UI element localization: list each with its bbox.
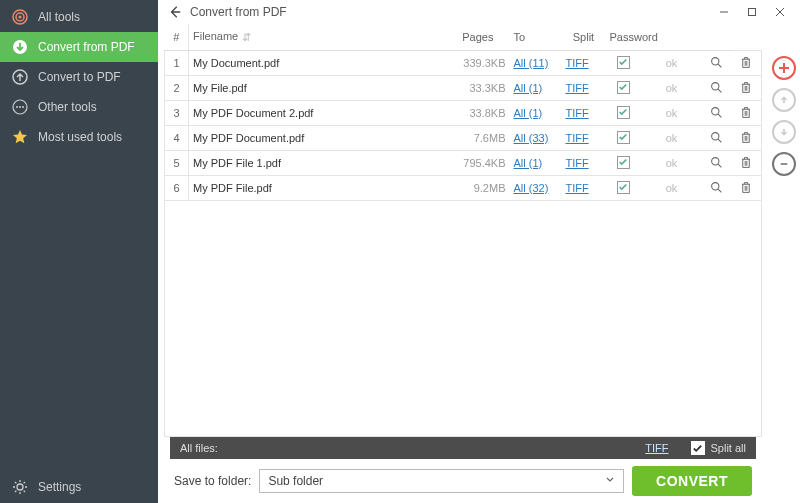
row-split-checkbox[interactable] (617, 81, 630, 94)
row-index: 6 (165, 175, 189, 200)
row-delete-button[interactable] (737, 129, 755, 147)
sidebar-item-convert-from-pdf[interactable]: Convert from PDF (0, 32, 158, 62)
sidebar-item-most-used[interactable]: Most used tools (0, 122, 158, 152)
row-index: 3 (165, 100, 189, 125)
row-password[interactable]: ok (641, 175, 701, 200)
row-filename: My PDF File 1.pdf (189, 150, 450, 175)
row-split-checkbox[interactable] (617, 106, 630, 119)
row-format-link[interactable]: TIFF (565, 82, 588, 94)
row-filename: My File.pdf (189, 75, 450, 100)
arrow-down-circle-icon (12, 39, 28, 55)
col-header-index[interactable]: # (165, 24, 189, 50)
row-index: 4 (165, 125, 189, 150)
sidebar-item-label: All tools (38, 10, 80, 24)
row-password[interactable]: ok (641, 150, 701, 175)
table-row[interactable]: 6My PDF File.pdf9.2MBAll (32)TIFFok (165, 175, 762, 200)
row-pages-link[interactable]: All (1) (513, 82, 542, 94)
svg-point-16 (712, 183, 719, 190)
col-header-password[interactable]: Password (605, 24, 701, 50)
row-password[interactable]: ok (641, 100, 701, 125)
remove-button[interactable] (772, 152, 796, 176)
svg-point-6 (16, 106, 18, 108)
row-pages-link[interactable]: All (11) (513, 57, 548, 69)
row-filename: My PDF Document.pdf (189, 125, 450, 150)
row-preview-button[interactable] (708, 154, 726, 172)
convert-button[interactable]: CONVERT (632, 466, 752, 496)
back-button[interactable] (164, 1, 186, 23)
move-up-button[interactable] (772, 88, 796, 112)
sidebar-item-label: Most used tools (38, 130, 122, 144)
row-pages-link[interactable]: All (1) (513, 157, 542, 169)
row-delete-button[interactable] (737, 54, 755, 72)
row-delete-button[interactable] (737, 179, 755, 197)
page-title: Convert from PDF (190, 5, 287, 19)
add-file-button[interactable] (772, 56, 796, 80)
row-pages-link[interactable]: All (33) (513, 132, 548, 144)
col-header-pages[interactable]: Pages (449, 24, 509, 50)
maximize-button[interactable] (738, 1, 766, 23)
all-files-bar: All files: TIFF Split all (170, 437, 756, 459)
dots-icon (12, 99, 28, 115)
table-row[interactable]: 5My PDF File 1.pdf795.4KBAll (1)TIFFok (165, 150, 762, 175)
sidebar-item-all-tools[interactable]: All tools (0, 2, 158, 32)
sidebar: All tools Convert from PDF Convert to PD… (0, 0, 158, 503)
table-row[interactable]: 2My File.pdf33.3KBAll (1)TIFFok (165, 75, 762, 100)
row-preview-button[interactable] (708, 129, 726, 147)
row-preview-button[interactable] (708, 54, 726, 72)
file-table-wrap: # Filename⇵ Pages To Split Password 1My … (158, 24, 768, 503)
row-filename: My PDF Document 2.pdf (189, 100, 450, 125)
sidebar-item-other-tools[interactable]: Other tools (0, 92, 158, 122)
col-header-filename[interactable]: Filename⇵ (189, 24, 450, 50)
row-delete-button[interactable] (737, 154, 755, 172)
folder-select[interactable]: Sub folder (259, 469, 624, 493)
minimize-button[interactable] (710, 1, 738, 23)
col-header-split[interactable]: Split (561, 24, 605, 50)
sidebar-settings[interactable]: Settings (0, 471, 158, 503)
main-panel: Convert from PDF # Filename⇵ Pages To (158, 0, 800, 503)
row-format-link[interactable]: TIFF (565, 157, 588, 169)
row-index: 5 (165, 150, 189, 175)
svg-rect-10 (749, 9, 756, 16)
svg-point-8 (22, 106, 24, 108)
move-down-button[interactable] (772, 120, 796, 144)
row-split-checkbox[interactable] (617, 131, 630, 144)
table-row[interactable]: 4My PDF Document.pdf7.6MBAll (33)TIFFok (165, 125, 762, 150)
file-table: # Filename⇵ Pages To Split Password 1My … (164, 24, 762, 201)
row-size: 33.8KB (449, 100, 509, 125)
close-button[interactable] (766, 1, 794, 23)
save-folder-label: Save to folder: (174, 474, 251, 488)
row-format-link[interactable]: TIFF (565, 57, 588, 69)
row-format-link[interactable]: TIFF (565, 182, 588, 194)
row-split-checkbox[interactable] (617, 56, 630, 69)
row-pages-link[interactable]: All (1) (513, 107, 542, 119)
row-delete-button[interactable] (737, 79, 755, 97)
split-all-checkbox[interactable] (691, 441, 705, 455)
table-row[interactable]: 3My PDF Document 2.pdf33.8KBAll (1)TIFFo… (165, 100, 762, 125)
row-password[interactable]: ok (641, 75, 701, 100)
row-delete-button[interactable] (737, 104, 755, 122)
table-row[interactable]: 1My Document.pdf339.3KBAll (11)TIFFok (165, 50, 762, 75)
table-empty-area[interactable] (164, 201, 762, 437)
svg-point-13 (712, 108, 719, 115)
folder-select-value: Sub folder (268, 474, 323, 488)
row-split-checkbox[interactable] (617, 156, 630, 169)
chevron-down-icon (605, 474, 615, 488)
row-filename: My Document.pdf (189, 50, 450, 75)
row-password[interactable]: ok (641, 125, 701, 150)
sidebar-item-convert-to-pdf[interactable]: Convert to PDF (0, 62, 158, 92)
row-preview-button[interactable] (708, 79, 726, 97)
row-format-link[interactable]: TIFF (565, 107, 588, 119)
row-size: 7.6MB (449, 125, 509, 150)
row-size: 33.3KB (449, 75, 509, 100)
all-files-format-link[interactable]: TIFF (645, 442, 668, 454)
col-header-to[interactable]: To (509, 24, 561, 50)
gear-icon (12, 479, 28, 495)
row-password[interactable]: ok (641, 50, 701, 75)
row-format-link[interactable]: TIFF (565, 132, 588, 144)
row-split-checkbox[interactable] (617, 181, 630, 194)
row-preview-button[interactable] (708, 179, 726, 197)
titlebar: Convert from PDF (158, 0, 800, 24)
sidebar-nav: All tools Convert from PDF Convert to PD… (0, 0, 158, 471)
row-pages-link[interactable]: All (32) (513, 182, 548, 194)
row-preview-button[interactable] (708, 104, 726, 122)
